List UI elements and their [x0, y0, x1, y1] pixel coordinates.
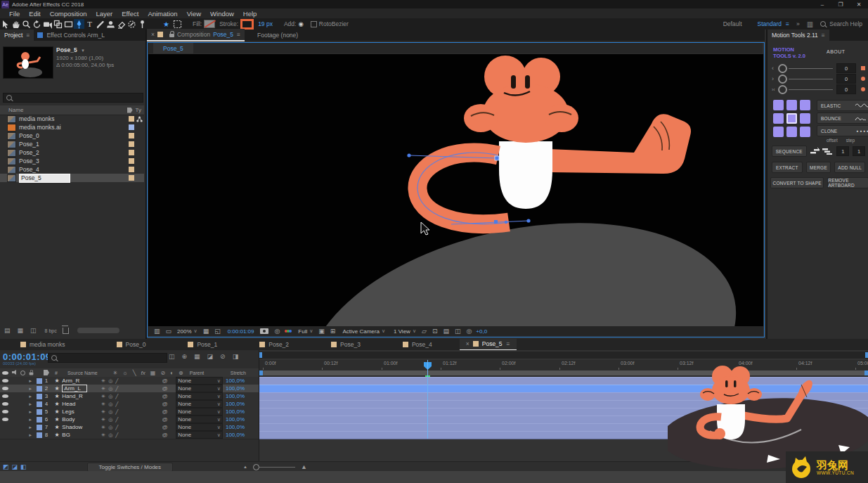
anchor-bottom-center[interactable]	[786, 127, 797, 137]
maximize-button[interactable]: ❐	[831, 1, 850, 8]
menu-effect[interactable]: Effect	[122, 10, 138, 18]
expand-arrow-icon[interactable]: ►	[28, 410, 37, 414]
anchor-top-left[interactable]	[773, 100, 784, 110]
sequence-offset-value[interactable]: 1	[836, 146, 849, 156]
anchor-bottom-right[interactable]	[800, 127, 810, 137]
timeline-tab[interactable]: Pose_1	[181, 339, 224, 350]
panel-menu-icon[interactable]: ≡	[507, 340, 510, 347]
layer-switches[interactable]: ✳◎╱	[100, 378, 162, 384]
viewer-timecode[interactable]: 0:00:01:09	[228, 328, 254, 335]
label-color[interactable]	[37, 401, 42, 407]
resolution-caret-icon[interactable]: ∨	[309, 328, 313, 334]
eye-icon[interactable]	[2, 387, 8, 390]
navigator-start-handle[interactable]	[259, 352, 262, 358]
fast-preview-icon[interactable]: ⊡	[432, 328, 438, 335]
menu-file[interactable]: File	[9, 10, 20, 18]
new-folder-icon[interactable]: ▦	[18, 327, 24, 334]
text-tool[interactable]: T	[84, 19, 95, 29]
parent-dropdown[interactable]: None∨	[176, 423, 223, 431]
quality-column-icon[interactable]: ╲	[133, 370, 136, 376]
anchor-mid-left[interactable]	[773, 113, 784, 124]
stretch-value[interactable]: 100,0%	[226, 385, 259, 392]
stretch-value[interactable]: 100,0%	[226, 408, 259, 415]
project-item[interactable]: Pose_4	[0, 165, 144, 174]
grid-guides-icon[interactable]: ▦	[203, 328, 209, 335]
composite-preview-icon[interactable]: ▥	[154, 328, 160, 335]
new-composition-icon[interactable]: ◫	[30, 327, 37, 334]
eraser-tool[interactable]	[116, 19, 127, 29]
work-area-bar[interactable]	[259, 371, 868, 375]
hand-tool[interactable]	[11, 19, 21, 29]
sequence-step-value[interactable]: 1	[853, 146, 865, 156]
motion-blur-icon[interactable]: ◨	[233, 353, 239, 360]
threed-column-icon[interactable]: ⊕	[179, 370, 183, 376]
label-color[interactable]	[129, 167, 134, 172]
transparency-grid-icon[interactable]: ⊞	[330, 328, 336, 335]
anchor-mid-right[interactable]	[800, 113, 810, 124]
channel-icon[interactable]	[285, 330, 292, 333]
view-caret-icon[interactable]: ∨	[413, 328, 416, 334]
camera-caret-icon[interactable]: ∨	[382, 328, 385, 334]
puppet-pin-tool[interactable]	[137, 19, 148, 29]
audio-column-icon[interactable]	[12, 370, 17, 375]
ease-in-value[interactable]: 0	[836, 63, 856, 73]
project-item[interactable]: Pose_0	[0, 131, 144, 140]
project-item[interactable]: media monks	[0, 115, 144, 123]
pickwhip-icon[interactable]: @	[162, 416, 176, 423]
stretch-column[interactable]: Stretch	[231, 371, 246, 375]
anchor-bottom-left[interactable]	[773, 127, 784, 137]
viewer-subtab[interactable]: Pose_5	[153, 43, 193, 53]
label-color[interactable]	[37, 432, 42, 438]
anchor-top-center[interactable]	[786, 100, 797, 110]
rotobezier-checkbox[interactable]	[311, 21, 317, 27]
draft-3d-icon[interactable]: ▦	[194, 353, 200, 360]
parent-dropdown[interactable]: None∨	[176, 431, 223, 439]
layer-name[interactable]: Shadow	[62, 424, 100, 430]
label-color[interactable]	[129, 158, 134, 164]
project-item-selected[interactable]: Pose_5	[0, 174, 144, 182]
source-name-column[interactable]: Source Name	[67, 371, 98, 375]
magnification-caret-icon[interactable]: ∨	[194, 328, 197, 334]
tab-effect-controls[interactable]: Effect Controls Arm_L	[46, 32, 105, 39]
ease-both-value[interactable]: 0	[836, 84, 856, 94]
eye-icon[interactable]	[2, 394, 8, 398]
pickwhip-icon[interactable]: @	[162, 408, 176, 415]
mask-grid-icon[interactable]	[172, 19, 183, 29]
expand-layer-switches-icon[interactable]: ◩	[3, 463, 9, 470]
selection-tool[interactable]	[0, 19, 11, 29]
current-timecode[interactable]: 0:00:01:09	[3, 352, 51, 362]
label-column-icon[interactable]	[44, 370, 49, 375]
layer-switches[interactable]: ✳◎╱	[100, 394, 162, 399]
work-area-end-handle[interactable]	[864, 371, 868, 375]
layer-name[interactable]: Arm_L	[62, 385, 87, 392]
layer-switches[interactable]: ✳◎╱	[100, 409, 162, 415]
brush-tool[interactable]	[95, 19, 105, 29]
selected-comp-name[interactable]: Pose_5	[56, 46, 77, 53]
pan-behind-tool[interactable]	[53, 19, 63, 29]
expand-arrow-icon[interactable]: ►	[28, 387, 37, 391]
bounce-button[interactable]: BOUNCE	[817, 112, 868, 124]
collapse-column-icon[interactable]: ☼	[122, 370, 127, 376]
lock-column-icon[interactable]	[30, 372, 34, 375]
panel-menu-icon[interactable]: ≡	[822, 32, 825, 39]
time-ruler[interactable]: 0:00f 00:12f 01:00f 01:12f 02:00f 02:12f…	[259, 360, 868, 371]
adjustment-column-icon[interactable]: ◐	[170, 370, 174, 376]
about-button[interactable]: ABOUT	[827, 49, 846, 54]
live-update-icon[interactable]: ⊕	[182, 353, 188, 360]
close-button[interactable]: ✕	[850, 1, 868, 8]
motion-sketch-star-icon[interactable]: ★	[163, 20, 169, 28]
label-color[interactable]	[37, 417, 42, 423]
workspace-bar-icon[interactable]: ▥	[807, 20, 813, 28]
pixel-aspect-icon[interactable]: ▱	[422, 328, 427, 335]
frame-blend-column-icon[interactable]: ▦	[150, 370, 156, 376]
project-thumbnail[interactable]	[3, 46, 53, 79]
region-of-interest-icon[interactable]: ◱	[214, 328, 221, 335]
horizontal-scrollbar[interactable]	[77, 328, 119, 333]
clone-stamp-tool[interactable]	[105, 19, 116, 29]
target-region-icon[interactable]: ▣	[318, 328, 325, 335]
label-color[interactable]	[37, 394, 42, 399]
keyframe-dot-icon[interactable]	[861, 87, 865, 91]
pickwhip-icon[interactable]: @	[162, 424, 176, 430]
eye-icon[interactable]	[2, 418, 8, 421]
delete-icon[interactable]	[63, 328, 69, 334]
